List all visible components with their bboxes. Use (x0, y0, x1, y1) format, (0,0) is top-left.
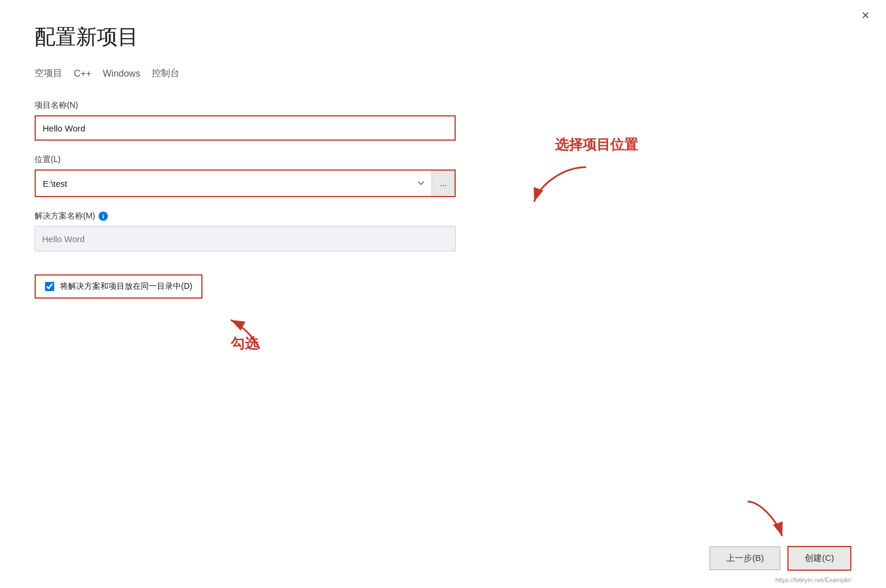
watermark: https://biteyin.net/Example/ (775, 576, 851, 583)
breadcrumb: 空项目 C++ Windows 控制台 (35, 67, 851, 80)
project-name-section: 项目名称(N) (35, 100, 851, 141)
breadcrumb-item-3: 控制台 (152, 67, 179, 80)
location-row: E:\test ... (35, 169, 456, 197)
bottom-bar: 上一步(B) 创建(C) (709, 546, 851, 571)
location-label: 位置(L) (35, 154, 851, 165)
checkbox-label[interactable]: 将解决方案和项目放在同一目录中(D) (35, 274, 202, 299)
create-button[interactable]: 创建(C) (787, 546, 851, 571)
arrow-create-icon (736, 496, 794, 542)
browse-button[interactable]: ... (431, 171, 455, 196)
same-directory-checkbox[interactable] (45, 282, 54, 291)
close-button[interactable]: ✕ (861, 10, 870, 21)
breadcrumb-item-2: Windows (103, 69, 140, 79)
solution-name-label: 解决方案名称(M) i (35, 211, 851, 221)
project-name-label: 项目名称(N) (35, 100, 851, 111)
location-section: 位置(L) E:\test ... (35, 154, 851, 197)
back-button[interactable]: 上一步(B) (709, 546, 780, 570)
arrow-select-position-icon (528, 161, 598, 208)
annotation-select-position: 选择项目位置 (555, 135, 638, 154)
dialog-container: ✕ 配置新项目 空项目 C++ Windows 控制台 项目名称(N) 位置(L… (0, 0, 886, 588)
checkbox-text: 将解决方案和项目放在同一目录中(D) (60, 281, 192, 292)
solution-name-section: 解决方案名称(M) i (35, 211, 851, 251)
solution-name-input[interactable] (35, 226, 456, 251)
breadcrumb-item-1: C++ (74, 69, 91, 79)
project-name-input[interactable] (35, 115, 456, 141)
location-select[interactable]: E:\test (36, 171, 431, 196)
breadcrumb-item-0: 空项目 (35, 67, 62, 80)
info-icon[interactable]: i (99, 212, 108, 221)
arrow-check-icon (225, 314, 294, 355)
page-title: 配置新项目 (35, 23, 851, 51)
checkbox-section: 将解决方案和项目放在同一目录中(D) (35, 265, 851, 299)
